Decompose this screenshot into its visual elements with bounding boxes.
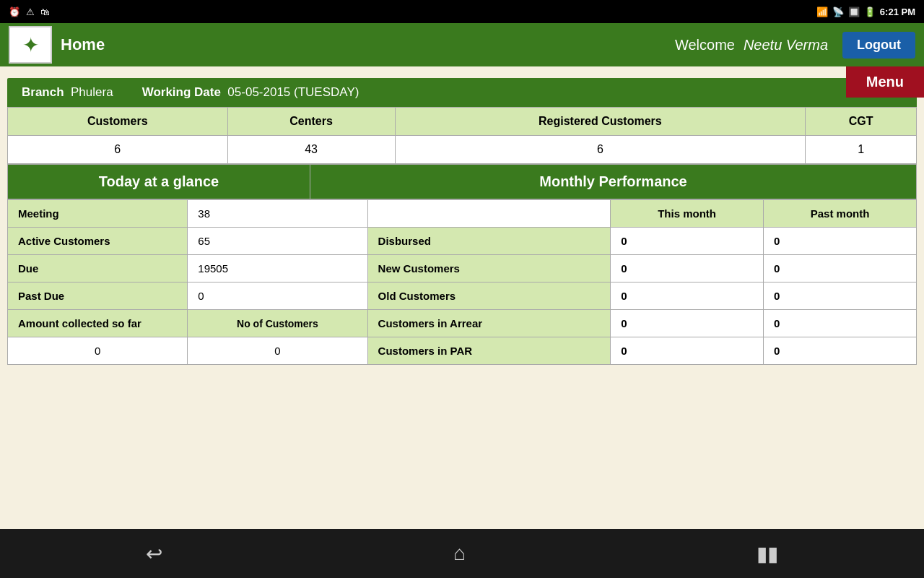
summary-val-customers: 6 — [8, 136, 228, 164]
due-value: 19505 — [188, 255, 367, 282]
active-customers-label: Active Customers — [8, 228, 188, 255]
logo-box: ✦ — [9, 26, 52, 64]
summary-header-registered: Registered Customers — [395, 108, 806, 136]
no-of-customers-value: 0 — [188, 337, 367, 365]
row-active-customers: Active Customers 65 Disbursed 0 0 — [8, 228, 917, 255]
old-customers-past-month: 0 — [764, 282, 917, 310]
new-customers-past-month: 0 — [764, 255, 917, 282]
app-title: Home — [61, 35, 675, 54]
alarm-icon: ⏰ — [9, 7, 20, 17]
header: ✦ Home Welcome Neetu Verma Logout — [0, 23, 924, 66]
amount-collected-value: 0 — [8, 337, 188, 365]
branch-bar: Branch Phulera Working Date 05-05-2015 (… — [7, 78, 917, 107]
wifi-icon: 📡 — [832, 7, 844, 17]
branch-label: Branch Phulera — [22, 85, 113, 100]
this-month-header: This month — [611, 200, 764, 228]
battery-icon: 🔋 — [864, 7, 876, 17]
row-amount-values: 0 0 Customers in PAR 0 0 — [8, 337, 917, 365]
row-amount-collected: Amount collected so far No of Customers … — [8, 310, 917, 337]
old-customers-this-month: 0 — [611, 282, 764, 310]
working-date-label: Working Date 05-05-2015 (TUESDAY) — [142, 85, 359, 100]
status-bar: ⏰ ⚠ 🛍 📶 📡 🔲 🔋 6:21 PM — [0, 0, 924, 23]
past-due-label: Past Due — [8, 282, 188, 310]
disbursed-this-month: 0 — [611, 228, 764, 255]
welcome-label: Welcome — [675, 37, 735, 53]
sim-icon: 🔲 — [848, 7, 860, 17]
data-grid: Meeting 38 This month Past month Active … — [7, 199, 917, 365]
logout-button[interactable]: Logout — [842, 32, 915, 59]
past-due-value: 0 — [188, 282, 367, 310]
amount-collected-label: Amount collected so far — [8, 310, 188, 337]
customers-in-par-this-month: 0 — [611, 337, 764, 365]
customers-in-arrear-this-month: 0 — [611, 310, 764, 337]
meeting-label: Meeting — [8, 200, 188, 228]
recent-apps-icon[interactable]: ▮▮ — [757, 542, 778, 566]
logo-star-icon: ✦ — [22, 33, 39, 57]
new-customers-label: New Customers — [367, 255, 611, 282]
due-label: Due — [8, 255, 188, 282]
back-icon[interactable]: ↩ — [146, 542, 162, 566]
customers-in-arrear-label: Customers in Arrear — [367, 310, 611, 337]
customers-in-par-label: Customers in PAR — [367, 337, 611, 365]
past-month-header: Past month — [764, 200, 917, 228]
new-customers-this-month: 0 — [611, 255, 764, 282]
row-meeting: Meeting 38 This month Past month — [8, 200, 917, 228]
old-customers-label: Old Customers — [367, 282, 611, 310]
meeting-value: 38 — [188, 200, 367, 228]
clock: 6:21 PM — [880, 7, 915, 17]
performance-header: Monthly Performance — [310, 164, 917, 199]
bottom-nav: ↩ ⌂ ▮▮ — [0, 529, 924, 578]
summary-val-registered: 6 — [395, 136, 806, 164]
summary-table: Customers Centers Registered Customers C… — [7, 107, 917, 164]
menu-button[interactable]: Menu — [846, 66, 924, 98]
status-left-icons: ⏰ ⚠ 🛍 — [9, 7, 50, 17]
main-content: Branch Phulera Working Date 05-05-2015 (… — [0, 69, 924, 372]
status-right-icons: 📶 📡 🔲 🔋 6:21 PM — [816, 7, 915, 17]
active-customers-value: 65 — [188, 228, 367, 255]
bag-icon: 🛍 — [40, 7, 50, 17]
summary-header-customers: Customers — [8, 108, 228, 136]
customers-in-arrear-past-month: 0 — [764, 310, 917, 337]
section-headers: Today at a glance Monthly Performance — [7, 164, 917, 199]
summary-header-centers: Centers — [227, 108, 395, 136]
summary-val-cgt: 1 — [806, 136, 917, 164]
summary-header-cgt: CGT — [806, 108, 917, 136]
customers-in-par-past-month: 0 — [764, 337, 917, 365]
home-icon[interactable]: ⌂ — [453, 542, 466, 565]
row-due: Due 19505 New Customers 0 0 — [8, 255, 917, 282]
warning-icon: ⚠ — [26, 7, 35, 17]
disbursed-past-month: 0 — [764, 228, 917, 255]
no-of-customers-label: No of Customers — [188, 310, 367, 337]
empty-cell-1 — [367, 200, 611, 228]
row-past-due: Past Due 0 Old Customers 0 0 — [8, 282, 917, 310]
username-label: Neetu Verma — [744, 37, 828, 53]
signal-icon: 📶 — [816, 7, 828, 17]
disbursed-label: Disbursed — [367, 228, 611, 255]
summary-val-centers: 43 — [227, 136, 395, 164]
glance-header: Today at a glance — [7, 164, 310, 199]
